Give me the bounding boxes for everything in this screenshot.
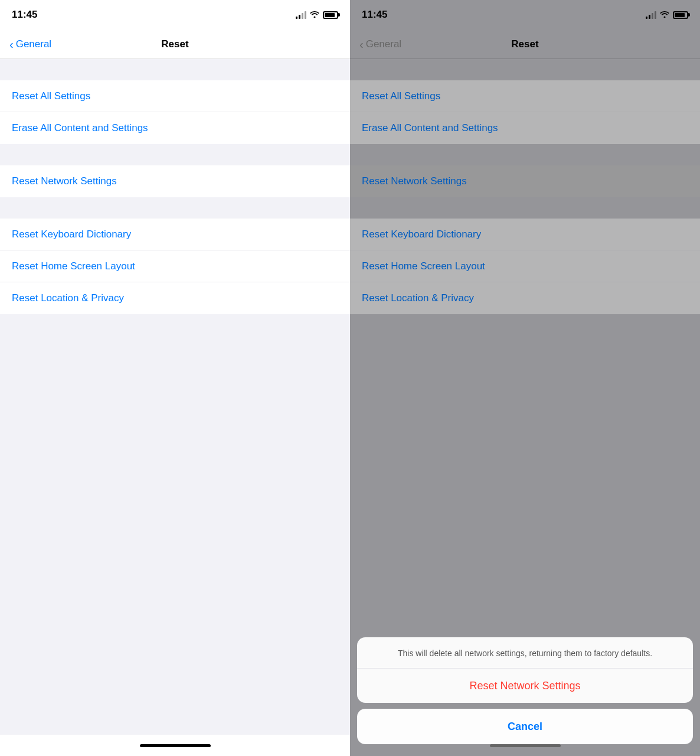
reset-all-settings-label-left: Reset All Settings — [12, 90, 90, 102]
cancel-label: Cancel — [508, 721, 542, 733]
status-bar-left: 11:45 — [0, 0, 350, 30]
home-indicator-bar-left — [140, 744, 211, 747]
battery-icon — [323, 11, 338, 19]
section-gap-left-0 — [0, 59, 350, 80]
reset-location-label-left: Reset Location & Privacy — [12, 292, 124, 304]
back-button-left[interactable]: ‹ General — [9, 38, 51, 50]
right-panel: 11:45 ‹ General Reset — [350, 0, 700, 756]
erase-all-left[interactable]: Erase All Content and Settings — [0, 112, 350, 144]
settings-group-left-2: Reset Network Settings — [0, 165, 350, 197]
reset-home-left[interactable]: Reset Home Screen Layout — [0, 250, 350, 282]
reset-all-settings-left[interactable]: Reset All Settings — [0, 80, 350, 112]
status-icons-left — [296, 10, 338, 19]
reset-network-label-left: Reset Network Settings — [12, 175, 117, 187]
section-gap-left-2 — [0, 197, 350, 219]
reset-keyboard-label-left: Reset Keyboard Dictionary — [12, 229, 131, 240]
back-label-left: General — [16, 38, 51, 50]
settings-group-left-3: Reset Keyboard Dictionary Reset Home Scr… — [0, 219, 350, 314]
action-sheet: This will delete all network settings, r… — [357, 637, 693, 744]
reset-keyboard-left[interactable]: Reset Keyboard Dictionary — [0, 219, 350, 250]
home-indicator-left — [0, 735, 350, 756]
reset-home-label-left: Reset Home Screen Layout — [12, 260, 135, 272]
reset-network-left[interactable]: Reset Network Settings — [0, 165, 350, 197]
spacer-left — [0, 314, 350, 735]
chevron-left-icon: ‹ — [9, 38, 14, 50]
erase-all-label-left: Erase All Content and Settings — [12, 122, 148, 134]
settings-group-left-1: Reset All Settings Erase All Content and… — [0, 80, 350, 144]
left-panel: 11:45 ‹ General Reset — [0, 0, 350, 756]
reset-location-left[interactable]: Reset Location & Privacy — [0, 282, 350, 314]
signal-icon — [296, 11, 306, 19]
reset-network-confirm-button[interactable]: Reset Network Settings — [357, 669, 693, 703]
nav-title-left: Reset — [161, 38, 188, 50]
reset-network-confirm-label: Reset Network Settings — [469, 680, 580, 692]
time-left: 11:45 — [12, 9, 37, 21]
cancel-button[interactable]: Cancel — [357, 709, 693, 744]
section-gap-left-1 — [0, 144, 350, 165]
wifi-icon — [310, 10, 319, 19]
action-sheet-message: This will delete all network settings, r… — [357, 637, 693, 669]
nav-bar-left: ‹ General Reset — [0, 30, 350, 59]
action-sheet-group: This will delete all network settings, r… — [357, 637, 693, 703]
